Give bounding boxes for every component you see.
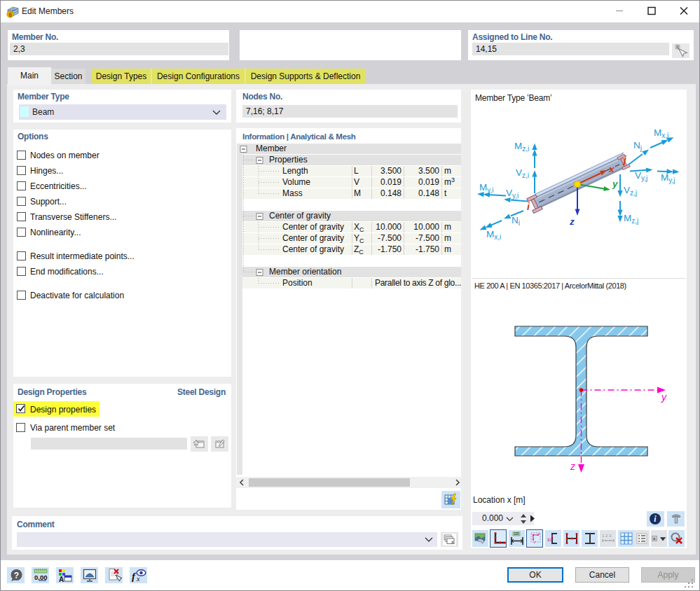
- svg-text:Ni: Ni: [512, 215, 520, 227]
- svg-text:x: x: [136, 575, 140, 583]
- svg-text:0,00: 0,00: [34, 573, 48, 581]
- svg-text:z: z: [533, 540, 536, 544]
- svg-text:Vy,i: Vy,i: [506, 188, 519, 200]
- svg-text:Mz,i: Mz,i: [514, 141, 529, 153]
- svg-text:i: i: [527, 201, 530, 212]
- svg-text:Vy,j: Vy,j: [635, 170, 647, 182]
- svg-text:y: y: [612, 179, 619, 189]
- svg-text:j: j: [622, 154, 627, 165]
- svg-text:A: A: [59, 576, 64, 583]
- svg-text:Mx,i: Mx,i: [486, 229, 501, 241]
- svg-text:y: y: [661, 391, 667, 403]
- svg-text:100: 100: [514, 532, 519, 536]
- svg-text:z: z: [569, 216, 575, 227]
- svg-text:Nj: Nj: [633, 140, 642, 152]
- svg-text:sc: sc: [547, 537, 553, 542]
- svg-text:?: ?: [14, 571, 19, 580]
- svg-text:Vz,j: Vz,j: [624, 185, 637, 197]
- svg-text:Mx,j: Mx,j: [654, 127, 668, 139]
- svg-text:Mz,j: Mz,j: [624, 213, 638, 225]
- svg-text:1 2 3: 1 2 3: [602, 534, 612, 538]
- svg-text:y: y: [537, 531, 540, 536]
- svg-text:x: x: [608, 164, 615, 174]
- svg-text:6: 6: [8, 11, 12, 18]
- svg-text:My,i: My,i: [479, 182, 494, 194]
- svg-text:f: f: [132, 571, 137, 582]
- svg-text:Vz,i: Vz,i: [516, 167, 529, 179]
- svg-text:z: z: [570, 461, 575, 472]
